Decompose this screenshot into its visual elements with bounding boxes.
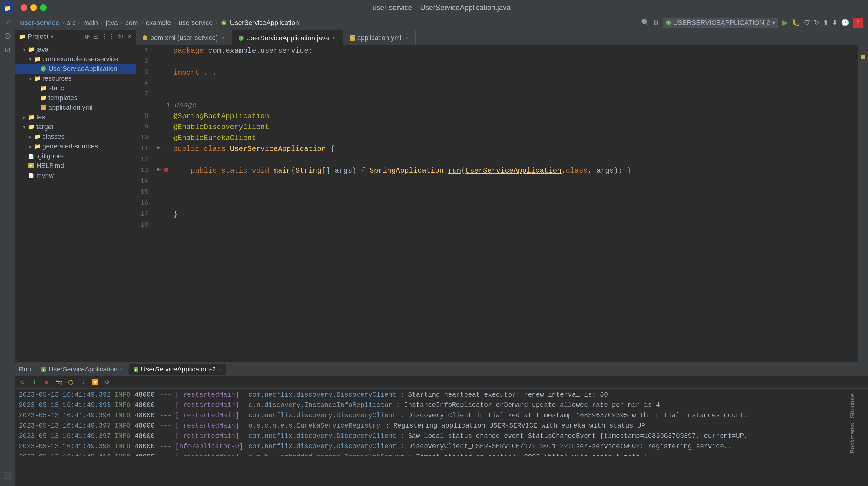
code-line-8: 8 @SpringBootApplication: [136, 111, 858, 122]
svg-text:▶: ▶: [43, 368, 45, 371]
terminal-icon[interactable]: ⬛: [2, 469, 13, 481]
filter-button[interactable]: 🔽: [90, 377, 100, 387]
run-button[interactable]: ▶: [782, 18, 788, 27]
run-toolbar: ↺ ⬆ ■ 📷 ! ⤓ 🔽 ⚙: [15, 376, 868, 389]
run-with-coverage-button[interactable]: 🛡: [804, 19, 810, 27]
collapse-icon[interactable]: ⊟: [93, 33, 98, 40]
tree-item-static[interactable]: ▸ 📁 static: [15, 83, 136, 93]
vcs-icon[interactable]: ⎇: [2, 17, 13, 28]
sort-icon[interactable]: ⋮⋮: [101, 33, 115, 40]
problem-indicator[interactable]: !: [853, 18, 863, 28]
run-tab-2-close[interactable]: ×: [218, 367, 221, 372]
settings-icon[interactable]: ⚙: [653, 19, 659, 27]
tab-pom-xml[interactable]: M pom.xml (user-service) ×: [136, 30, 232, 45]
tree-label-templates: templates: [49, 94, 77, 102]
maximize-button[interactable]: [40, 4, 46, 11]
tab-main-close[interactable]: ×: [332, 35, 337, 41]
todo-icon[interactable]: ☑: [2, 44, 13, 56]
svg-text:S: S: [223, 21, 225, 25]
log-line-6: 2023-05-13 16:41:49.398 INFO 48000 --- […: [15, 442, 868, 452]
run-tab-1[interactable]: ▶ UserServiceApplication ×: [36, 364, 127, 375]
git-pull-button[interactable]: ⬇: [832, 19, 837, 27]
project-sidebar: 📁 Project ▾ ⊕ ⊟ ⋮⋮ ⚙ ✕ ▾ 📁: [15, 30, 136, 362]
breadcrumb-userservice[interactable]: userservice: [179, 19, 213, 27]
git-push-button[interactable]: ⬆: [823, 19, 828, 27]
minimize-button[interactable]: [30, 4, 37, 11]
project-icon[interactable]: 📁: [2, 2, 13, 14]
code-line-3: 3 import ...: [136, 67, 858, 78]
toggle-soft-wrap[interactable]: !: [66, 377, 76, 387]
code-line-16: 16: [136, 198, 858, 209]
tree-item-mvnw[interactable]: ▸ 📄 mvnw: [15, 171, 136, 180]
close-panel-icon[interactable]: ✕: [127, 33, 132, 40]
tree-item-java[interactable]: ▾ 📁 java: [15, 44, 136, 54]
svg-text:S: S: [668, 21, 670, 25]
camera-button[interactable]: 📷: [54, 377, 64, 387]
rerun-button[interactable]: ↺: [18, 377, 27, 387]
settings-run[interactable]: ⚙: [102, 377, 112, 387]
tree-item-templates[interactable]: ▸ 📁 templates: [15, 93, 136, 103]
run-tab-1-close[interactable]: ×: [120, 367, 123, 372]
code-line-17: 17 }: [136, 209, 858, 220]
svg-text:M: M: [30, 164, 32, 168]
scroll-to-end[interactable]: ⤓: [78, 377, 88, 387]
warning-indicator[interactable]: [861, 55, 865, 59]
code-line-15: 15: [136, 187, 858, 198]
tree-item-com-example[interactable]: ▾ 📁 com.example.userservice: [15, 54, 136, 64]
code-line-9: 9 @EnableDiscoveryClient: [136, 122, 858, 133]
breadcrumb-java[interactable]: java: [106, 19, 118, 27]
run-config-selector[interactable]: S USERSERVICEAPPLICATION-2 ▾: [663, 18, 778, 28]
window-title: user-service – UserServiceApplication.ja…: [373, 3, 510, 12]
breadcrumb-main[interactable]: main: [84, 19, 98, 27]
git-history-button[interactable]: 🕐: [841, 19, 849, 27]
breadcrumb-user-service[interactable]: user-service: [20, 19, 59, 27]
settings-icon[interactable]: ⚙: [118, 33, 124, 40]
breadcrumb-com[interactable]: com: [125, 19, 138, 27]
code-line-2: 2: [136, 56, 858, 67]
stop-button[interactable]: ■: [42, 377, 52, 387]
breadcrumb-class[interactable]: UserServiceApplication: [230, 19, 299, 27]
content-wrapper: user-service – UserServiceApplication.ja…: [15, 0, 868, 486]
tab-application-yml[interactable]: Y application.yml ×: [343, 30, 416, 45]
side-panel-labels: Structure Bookmarks: [847, 391, 858, 456]
tree-item-help-md[interactable]: ▸ M HELP.md: [15, 161, 136, 171]
bookmarks-panel-label[interactable]: Bookmarks: [847, 421, 858, 456]
run-arrow-11[interactable]: ▶: [154, 144, 163, 152]
run-arrow-13[interactable]: ▶: [154, 165, 163, 174]
tree-item-target[interactable]: ▾ 📁 target: [15, 122, 136, 132]
debug-button[interactable]: 🐛: [792, 19, 800, 27]
structure-panel-label[interactable]: Structure: [847, 391, 858, 421]
run-tab-1-label: UserServiceApplication: [49, 365, 117, 373]
code-line-7: 7: [136, 89, 858, 100]
tree-item-test[interactable]: ▸ 📁 test: [15, 113, 136, 122]
svg-text:M: M: [6, 34, 8, 38]
tree-item-resources[interactable]: ▾ 📁 resources: [15, 73, 136, 83]
run-tab-2[interactable]: ▶ UserServiceApplication-2 ×: [129, 364, 226, 375]
log-line-7: 2023-05-13 16:41:49.418 INFO 48000 --- […: [15, 452, 868, 456]
stop-restart-button[interactable]: ⬆: [30, 377, 39, 387]
sync-icon[interactable]: ⊕: [85, 33, 90, 40]
code-editor[interactable]: 1 package com.example.userservice; 2 3: [136, 45, 858, 362]
tree-item-userserviceapplication[interactable]: S UserServiceApplication: [15, 64, 136, 73]
top-right-toolbar: 🔍 ⚙ S USERSERVICEAPPLICATION-2 ▾ ▶ 🐛 🛡 ↻…: [641, 18, 863, 28]
tree-item-generated-sources[interactable]: ▸ 📁 generated-sources: [15, 142, 136, 151]
git-update-button[interactable]: ↻: [814, 19, 819, 27]
breadcrumb-example[interactable]: example: [146, 19, 171, 27]
tree-item-application-yml[interactable]: ▸ Y application.yml: [15, 103, 136, 113]
close-button[interactable]: [21, 4, 27, 11]
run-label: Run:: [19, 365, 33, 373]
maven-icon[interactable]: M: [2, 30, 13, 42]
log-line-3: 2023-05-13 16:41:49.396 INFO 48000 --- […: [15, 411, 868, 421]
console-output: 2023-05-13 16:41:49.392 INFO 48000 --- […: [15, 389, 868, 456]
tab-userserviceapplication[interactable]: S UserServiceApplication.java ×: [232, 30, 343, 45]
breadcrumb-src[interactable]: src: [67, 19, 76, 27]
svg-text:Y: Y: [351, 37, 353, 40]
svg-text:S: S: [240, 37, 242, 40]
tab-yml-close[interactable]: ×: [404, 35, 409, 40]
tab-pom-close[interactable]: ×: [220, 35, 226, 40]
tree-item-gitignore[interactable]: ▸ 📄 .gitignore: [15, 151, 136, 161]
bottom-panel: Run: ▶ UserServiceApplication × ▶ UserSe…: [15, 362, 868, 456]
code-line-1: 1 package com.example.userservice;: [136, 45, 858, 56]
tree-item-classes[interactable]: ▸ 📁 classes: [15, 132, 136, 142]
search-everywhere-icon[interactable]: 🔍: [641, 19, 649, 27]
